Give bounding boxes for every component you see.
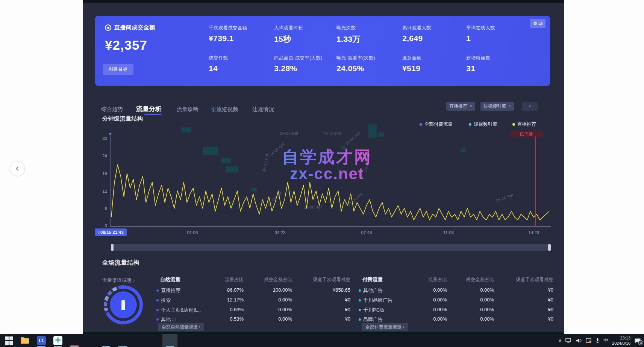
tab-overall-trend[interactable]: 综合趋势 <box>101 106 123 113</box>
channel-help-link[interactable]: 流量渠道说明 › <box>102 277 135 284</box>
arrow-right-icon: › <box>403 324 404 330</box>
start-button[interactable] <box>5 336 14 345</box>
metric-cell: 曝光次数1.33万 <box>336 25 400 44</box>
stream-end-marker-line <box>535 136 536 227</box>
range-handle-left[interactable] <box>111 244 114 251</box>
row-per-1k: ¥0 <box>516 316 553 322</box>
col-header-gmv-share: 成交金额占比 <box>441 277 494 283</box>
tab-traffic-diagnosis[interactable]: 流量诊断 <box>177 106 199 113</box>
close-icon[interactable]: × <box>470 103 472 109</box>
filter-chip-live-recommend[interactable]: 直播推荐× <box>446 102 475 111</box>
row-per-1k: ¥0 <box>313 316 350 322</box>
tab-short-video[interactable]: 引流短视频 <box>211 106 238 113</box>
row-name[interactable]: 搜索 <box>161 297 171 304</box>
paid-traffic-header: 付费流量 <box>362 276 383 283</box>
col-header-gmv-share: 成交金额占比 <box>239 277 292 283</box>
row-flow: 86.07% <box>206 287 244 293</box>
row-name[interactable]: 品牌广告 <box>363 316 383 323</box>
row-dot <box>156 318 159 321</box>
all-natural-channels-button[interactable]: 全部自然流量渠道 › <box>158 323 204 331</box>
y-tick: 30 <box>102 136 107 141</box>
tray-time: 23:13 <box>612 335 630 341</box>
arrow-right-icon: › <box>199 324 200 330</box>
legend-item-short-video[interactable]: 短视频引流 <box>469 121 497 128</box>
clock[interactable]: 23:13 2024/8/16 <box>612 335 630 346</box>
create-goal-button[interactable]: 创建目标 <box>103 64 133 75</box>
session-traffic-title: 全场流量结构 <box>102 259 139 267</box>
carousel-prev-button[interactable]: ‹ <box>10 161 25 176</box>
metric-cell: 商品点击-成交率(人数)3.28% <box>274 55 338 73</box>
notification-badge: 3 <box>638 340 643 345</box>
row-gmv: 0.00% <box>255 307 292 312</box>
row-gmv: 0.00% <box>456 297 494 303</box>
metric-cell: 人均观看时长15秒 <box>274 25 338 44</box>
windows-taskbar: L1 ✛ ∧ 中 23:13 2024/8/16 3 <box>0 334 644 347</box>
y-tick: 0 <box>105 224 107 228</box>
grip-icon: ⁞⁞ <box>98 231 99 234</box>
traffic-donut-chart <box>104 285 143 324</box>
volume-icon[interactable] <box>576 338 582 343</box>
filter-chip-short-video[interactable]: 短视频引流× <box>480 102 514 111</box>
metric-cell: 成交件数14 <box>209 55 273 73</box>
row-dot <box>359 318 361 321</box>
range-handle-right[interactable] <box>548 244 551 251</box>
row-name[interactable]: 千川品牌广告 <box>363 297 392 304</box>
row-flow: 0.63% <box>206 307 244 312</box>
y-tick: 12 <box>102 189 107 193</box>
tray-chevron-icon[interactable]: ∧ <box>558 338 562 343</box>
taskbar-app-l1-icon[interactable]: L1 <box>37 336 46 345</box>
minute-flow-plot[interactable]: 30 24 18 12 6 0 已下播 <box>110 134 551 228</box>
filter-dropdown[interactable]: ∨ <box>522 102 538 111</box>
row-name[interactable]: 直播推荐 <box>161 287 180 294</box>
arrow-right-icon: › <box>133 277 135 283</box>
x-axis-start-label[interactable]: ⁞⁞08/15 21:43 <box>95 228 127 236</box>
x-tick: 04:23 <box>267 230 293 235</box>
x-tick: 01:03 <box>179 230 206 235</box>
col-header-per-1k: 渠道千次观看成交 <box>298 277 350 283</box>
x-tick: 14:23 <box>521 230 547 235</box>
notification-icon[interactable]: 3 <box>634 338 641 344</box>
taskbar-app-plus-icon[interactable]: ✛ <box>53 336 62 345</box>
row-per-1k: ¥0 <box>516 307 553 312</box>
microphone-icon[interactable] <box>596 338 600 344</box>
row-per-1k: ¥0 <box>516 287 553 293</box>
legend-item-paid[interactable]: 全部付费流量 <box>420 121 453 128</box>
active-tab-underline <box>144 114 162 115</box>
file-explorer-icon[interactable] <box>20 336 29 345</box>
network-icon[interactable] <box>565 338 572 343</box>
gmv-amount: ¥2,357 <box>105 38 147 53</box>
screen: ‹ 直播间成交金额 ¥2,357 创建目标 千次观看成交金额¥739.1 人均观… <box>0 0 644 347</box>
row-per-1k: ¥0 <box>516 297 553 303</box>
all-paid-channels-button[interactable]: 全部付费流量渠道 › <box>362 323 408 331</box>
compression-artifact <box>181 127 191 132</box>
close-icon[interactable]: × <box>508 103 511 109</box>
ime-indicator[interactable]: 中 <box>603 337 608 344</box>
info-icon[interactable]: ⓘ <box>172 317 176 322</box>
row-dot <box>156 289 159 292</box>
row-flow: 0.00% <box>409 316 447 322</box>
snip-tool-icon[interactable] <box>586 338 592 343</box>
swap-metrics-icon[interactable]: ⇄ <box>539 21 543 26</box>
row-per-1k: ¥0 <box>313 297 350 303</box>
stream-end-annotation: 已下播 <box>510 131 543 137</box>
row-per-1k: ¥0 <box>313 307 350 312</box>
gmv-summary-card: 直播间成交金额 ¥2,357 创建目标 千次观看成交金额¥739.1 人均观看时… <box>95 16 550 86</box>
col-header-flow-share: 流量占比 <box>191 277 244 283</box>
row-flow: 0.00% <box>409 287 447 293</box>
row-name[interactable]: 其他广告 <box>363 287 383 294</box>
banner-toolbar: ⚙ ⇄ <box>530 19 546 28</box>
target-icon <box>105 24 111 31</box>
row-name[interactable]: 个人主页&店铺&... <box>161 307 201 314</box>
tab-violations[interactable]: 违规情况 <box>252 106 274 113</box>
row-flow: 12.17% <box>206 297 244 303</box>
donut-core <box>110 291 137 318</box>
tray-date: 2024/8/16 <box>612 341 630 346</box>
row-flow: 0.53% <box>206 316 244 322</box>
settings-gear-icon[interactable]: ⚙ <box>533 21 537 26</box>
time-range-scrollbar[interactable] <box>111 244 551 251</box>
metric-cell: 曝光-观看率(次数)24.05% <box>336 55 400 73</box>
legend-item-live-recommend[interactable]: 直播推荐 <box>512 121 536 128</box>
row-name[interactable]: 其他ⓘ <box>161 316 176 323</box>
tab-traffic-analysis[interactable]: 流量分析 <box>136 105 162 113</box>
row-name[interactable]: 千川PC版 <box>363 307 385 314</box>
